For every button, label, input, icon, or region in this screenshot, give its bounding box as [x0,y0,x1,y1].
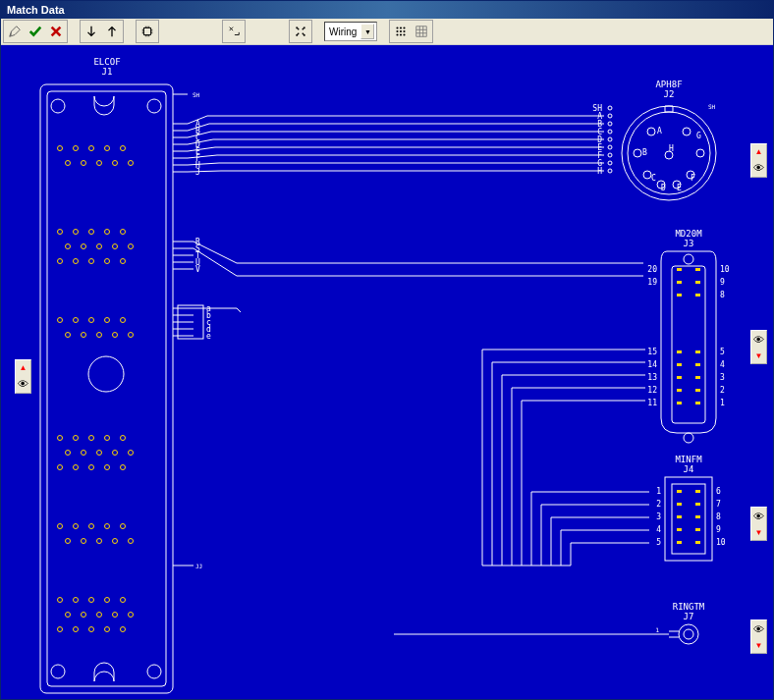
svg-text:B: B [642,148,647,157]
toolbar-group-edit [3,20,68,43]
svg-point-74 [97,539,102,544]
eye-widget-j7[interactable]: 👁 ▼ [750,619,767,654]
svg-text:JJ: JJ [195,563,202,569]
xref-button[interactable] [224,22,244,41]
j1-name: ELCOF [93,57,120,67]
connector-j3 [661,251,716,443]
accept-button[interactable] [26,22,45,41]
svg-point-66 [121,465,126,470]
svg-text:MD20M: MD20M [675,229,702,239]
eye-icon: 👁 [18,379,28,390]
up-button[interactable] [102,22,122,41]
center-button[interactable] [291,22,310,41]
svg-point-216 [684,629,693,639]
svg-point-141 [608,153,612,157]
svg-rect-197 [677,515,682,518]
svg-text:J7: J7 [684,612,694,621]
svg-point-75 [113,539,118,544]
svg-point-62 [58,465,63,470]
pencil-button[interactable] [5,22,25,41]
toolbar-group-move [80,20,124,43]
chip-button[interactable] [138,22,157,41]
arrow-up-red-icon: ▲ [20,364,28,372]
svg-text:2: 2 [720,386,725,395]
svg-point-65 [105,465,110,470]
eye-widget-j3[interactable]: 👁 ▼ [750,330,767,364]
svg-point-17 [58,146,63,151]
svg-point-42 [58,318,63,323]
svg-point-118 [683,128,691,135]
svg-point-5 [400,30,402,32]
svg-point-89 [89,627,94,632]
svg-point-64 [89,465,94,470]
window-title: Match Data [7,4,65,16]
eye-widget-left[interactable]: ▲ 👁 [15,359,31,394]
svg-rect-162 [677,294,682,296]
svg-point-21 [121,146,126,151]
svg-point-55 [105,436,110,441]
reject-button[interactable] [46,22,66,41]
diagram-canvas[interactable]: ELCOF J1 [1,45,773,699]
svg-point-25 [113,161,118,166]
svg-point-119 [634,149,641,157]
svg-rect-194 [695,490,700,493]
svg-point-24 [97,161,102,166]
toolbar-group-chip [136,20,159,43]
j1-mid-labels: R S T U V [195,238,200,274]
toolbar-group-xref [222,20,246,43]
svg-text:4: 4 [656,525,661,534]
svg-point-26 [129,161,134,166]
svg-point-9 [404,33,406,35]
svg-point-67 [58,524,63,529]
svg-text:V: V [195,265,200,274]
down-button[interactable] [82,22,101,41]
svg-point-51 [129,333,134,338]
svg-point-83 [82,613,86,618]
svg-rect-196 [695,503,700,506]
grid-button[interactable] [412,22,431,41]
svg-text:20: 20 [647,265,657,274]
svg-text:1: 1 [720,399,725,407]
svg-point-20 [105,146,110,151]
svg-point-155 [684,254,693,264]
svg-text:4: 4 [720,360,725,369]
fourarrow-icon [294,25,307,38]
svg-point-63 [74,465,79,470]
svg-point-50 [113,333,118,338]
svg-rect-167 [695,363,700,366]
svg-rect-200 [695,528,700,531]
svg-point-38 [74,259,79,264]
svg-text:SH: SH [708,103,716,110]
svg-point-157 [684,433,693,443]
svg-rect-193 [677,490,682,493]
connector-j7 [394,624,698,644]
options-button[interactable] [391,22,411,41]
mode-combo[interactable]: Wiring ▼ [324,22,377,41]
eye-icon: 👁 [753,335,764,346]
eye-widget-j4[interactable]: 👁 ▼ [750,507,767,541]
svg-rect-199 [677,528,682,531]
svg-rect-159 [695,268,700,271]
svg-point-72 [66,539,71,544]
svg-point-136 [608,114,612,118]
svg-rect-158 [677,268,682,271]
svg-text:5: 5 [720,348,725,356]
svg-point-14 [51,665,65,678]
svg-text:9: 9 [716,525,721,534]
svg-point-48 [82,333,86,338]
eye-widget-j2[interactable]: ▲ 👁 [750,143,767,178]
svg-point-90 [105,627,110,632]
svg-point-33 [82,244,86,249]
svg-text:C: C [651,174,656,183]
svg-text:11: 11 [647,399,657,407]
svg-text:3: 3 [656,512,661,521]
toolbar: Wiring ▼ [1,19,773,45]
svg-text:1: 1 [656,487,661,496]
arrow-down-red-icon: ▼ [755,642,763,650]
svg-text:6: 6 [716,487,721,496]
svg-point-79 [89,598,94,603]
svg-point-120 [696,149,704,157]
check-icon [28,25,42,38]
svg-text:APH8F: APH8F [655,80,682,89]
svg-text:F: F [691,174,695,183]
